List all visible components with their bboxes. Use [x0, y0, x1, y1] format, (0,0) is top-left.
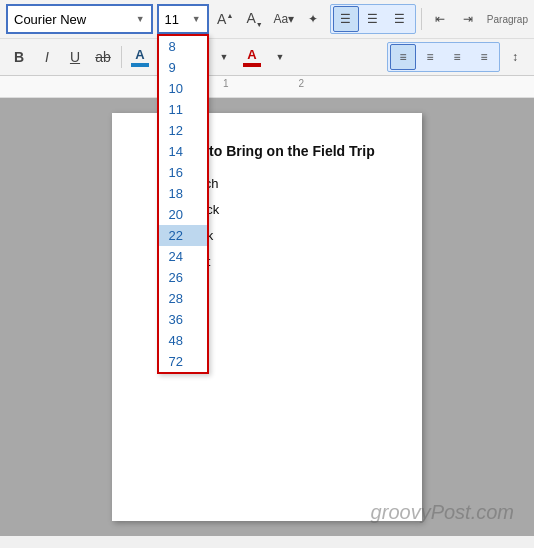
decrease-indent-button[interactable]: ⇤: [427, 6, 453, 32]
font-grow-button[interactable]: A▲: [213, 6, 238, 32]
paragraph-toolbar: ☰ ☰ ☰ ⇤ ⇥ Paragrap: [330, 4, 528, 34]
font-size-option-18[interactable]: 18: [159, 183, 207, 204]
number-list-icon: ☰: [367, 12, 378, 26]
font-size-option-20[interactable]: 20: [159, 204, 207, 225]
font-size-option-48[interactable]: 48: [159, 330, 207, 351]
font-size-option-9[interactable]: 9: [159, 57, 207, 78]
decrease-indent-icon: ⇤: [435, 12, 445, 26]
font-size-option-22[interactable]: 22: [159, 225, 207, 246]
clear-formatting-button[interactable]: ✦: [301, 6, 326, 32]
toolbar-separator-1: [421, 8, 422, 30]
font-shrink-icon: A▼: [246, 10, 262, 28]
font-size-option-24[interactable]: 24: [159, 246, 207, 267]
font-size-option-12[interactable]: 12: [159, 120, 207, 141]
font-name-arrow: ▼: [136, 14, 145, 24]
font-size-option-72[interactable]: 72: [159, 351, 207, 372]
align-right-button[interactable]: ≡: [444, 44, 470, 70]
strikethrough-icon: ab: [95, 49, 111, 65]
font-size-dropdown-trigger[interactable]: 11 ▼: [157, 4, 209, 34]
document-area: Things to Bring on the Field Trip LunchS…: [0, 98, 534, 536]
font-size-dropdown-list: 891011121416182022242628364872: [157, 34, 209, 374]
ruler-marker-2: 2: [299, 78, 305, 89]
text-color-arrow[interactable]: ▼: [267, 44, 293, 70]
bullet-list-button[interactable]: ☰: [333, 6, 359, 32]
increase-indent-button[interactable]: ⇥: [455, 6, 481, 32]
font-color-a-icon: A: [135, 47, 144, 62]
text-color-a-icon: A: [247, 47, 256, 62]
font-size-value: 11: [165, 12, 179, 27]
align-left-icon: ≡: [399, 50, 406, 64]
line-spacing-icon: ↕: [512, 50, 518, 64]
ruler-marker-1: 1: [223, 78, 229, 89]
bold-icon: B: [14, 49, 24, 65]
clear-formatting-icon: ✦: [308, 12, 318, 26]
text-color-dropdown-arrow: ▼: [276, 52, 285, 62]
align-center-icon: ≡: [426, 50, 433, 64]
highlight-dropdown-arrow: ▼: [220, 52, 229, 62]
font-size-container: 11 ▼ 891011121416182022242628364872: [157, 4, 209, 34]
font-size-option-8[interactable]: 8: [159, 36, 207, 57]
font-grow-icon: A▲: [217, 11, 233, 27]
watermark: groovyPost.com: [371, 501, 514, 524]
alignment-area: ≡ ≡ ≡ ≡ ↕: [387, 42, 528, 72]
text-color-bar: [243, 63, 261, 67]
font-name-dropdown[interactable]: Courier New ▼: [6, 4, 153, 34]
font-color-bar: [131, 63, 149, 67]
font-size-option-36[interactable]: 36: [159, 309, 207, 330]
change-case-button[interactable]: Aa▾: [271, 6, 296, 32]
bold-button[interactable]: B: [6, 44, 32, 70]
list-style-group: ☰ ☰ ☰: [330, 4, 416, 34]
font-size-option-10[interactable]: 10: [159, 78, 207, 99]
strikethrough-button[interactable]: ab: [90, 44, 116, 70]
bullet-list-icon: ☰: [340, 12, 351, 26]
font-size-option-16[interactable]: 16: [159, 162, 207, 183]
font-size-option-28[interactable]: 28: [159, 288, 207, 309]
align-group: ≡ ≡ ≡ ≡: [387, 42, 500, 72]
change-case-label: Aa▾: [274, 12, 295, 26]
font-size-option-14[interactable]: 14: [159, 141, 207, 162]
font-shrink-button[interactable]: A▼: [242, 6, 267, 32]
text-color-button[interactable]: A: [239, 44, 265, 70]
font-name-value: Courier New: [14, 12, 86, 27]
multilevel-list-button[interactable]: ☰: [387, 6, 413, 32]
multilevel-list-icon: ☰: [394, 12, 405, 26]
underline-icon: U: [70, 49, 80, 65]
align-right-icon: ≡: [453, 50, 460, 64]
toolbar-separator-2: [121, 46, 122, 68]
font-size-arrow: ▼: [192, 14, 201, 24]
paragraph-label: Paragrap: [487, 14, 528, 25]
font-color-button[interactable]: A: [127, 44, 153, 70]
italic-icon: I: [45, 49, 49, 65]
number-list-button[interactable]: ☰: [360, 6, 386, 32]
ruler: ▽ 1 2: [0, 76, 534, 98]
underline-button[interactable]: U: [62, 44, 88, 70]
align-left-button[interactable]: ≡: [390, 44, 416, 70]
increase-indent-icon: ⇥: [463, 12, 473, 26]
align-center-button[interactable]: ≡: [417, 44, 443, 70]
font-size-option-11[interactable]: 11: [159, 99, 207, 120]
justify-button[interactable]: ≡: [471, 44, 497, 70]
font-size-option-26[interactable]: 26: [159, 267, 207, 288]
italic-button[interactable]: I: [34, 44, 60, 70]
highlight-arrow[interactable]: ▼: [211, 44, 237, 70]
line-spacing-button[interactable]: ↕: [502, 44, 528, 70]
justify-icon: ≡: [480, 50, 487, 64]
